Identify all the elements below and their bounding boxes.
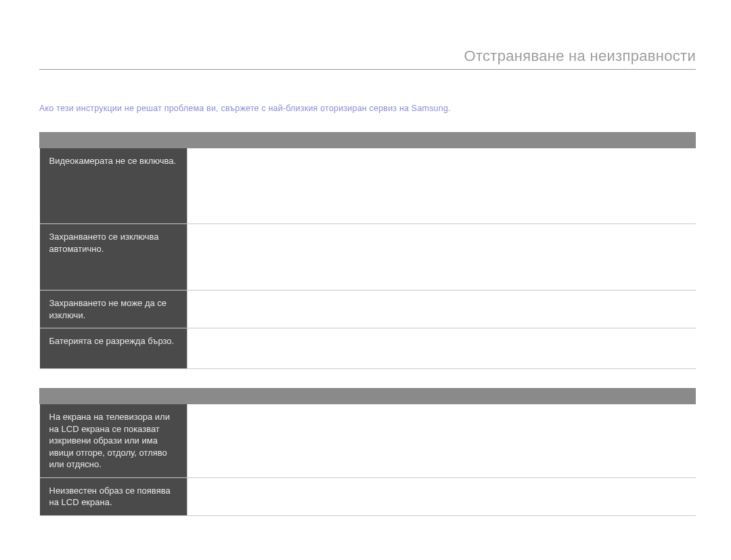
table2-head-row: [40, 389, 696, 404]
solution-cell: [187, 404, 696, 478]
symptom-cell: Батерията се разрежда бързо.: [40, 328, 187, 369]
page-number: [706, 513, 708, 521]
troubleshoot-table-2: На екрана на телевизора или на LCD екран…: [39, 388, 696, 516]
symptom-cell: На екрана на телевизора или на LCD екран…: [40, 404, 187, 478]
table-row: Захранването не може да се изключи.: [40, 290, 696, 328]
symptom-cell: Неизвестен образ се появява на LCD екран…: [40, 477, 187, 515]
solution-cell: [187, 224, 696, 290]
table1-head-row: [40, 133, 696, 148]
symptom-cell: Захранването не може да се изключи.: [40, 290, 187, 328]
document-page: Отстраняване на неизправности Ако тези и…: [0, 0, 731, 543]
section1-label: [39, 120, 696, 129]
solution-cell: [187, 290, 696, 328]
table2-head-symptom: [40, 389, 187, 404]
table-row: Видеокамерата не се включва.: [40, 148, 696, 224]
page-title: Отстраняване на неизправности: [464, 47, 696, 64]
solution-cell: [187, 328, 696, 369]
intro-small-text: [39, 89, 696, 98]
solution-cell: [187, 477, 696, 515]
solution-cell: [187, 148, 696, 224]
table1-head-solution: [187, 133, 696, 148]
table-row: Батерията се разрежда бързо.: [40, 328, 696, 369]
symptom-cell: Захранването се изключва автоматично.: [40, 224, 187, 290]
table-gap: [39, 369, 696, 388]
table-row: На екрана на телевизора или на LCD екран…: [40, 404, 696, 478]
table1-head-symptom: [40, 133, 187, 148]
troubleshoot-table-1: Видеокамерата не се включва. Захранванет…: [39, 132, 696, 369]
intro-note: Ако тези инструкции не решат проблема ви…: [39, 104, 696, 113]
table-row: Неизвестен образ се появява на LCD екран…: [40, 477, 696, 515]
table-row: Захранването се изключва автоматично.: [40, 224, 696, 290]
table2-head-solution: [187, 389, 696, 404]
title-rule: Отстраняване на неизправности: [39, 47, 696, 70]
symptom-cell: Видеокамерата не се включва.: [40, 148, 187, 224]
